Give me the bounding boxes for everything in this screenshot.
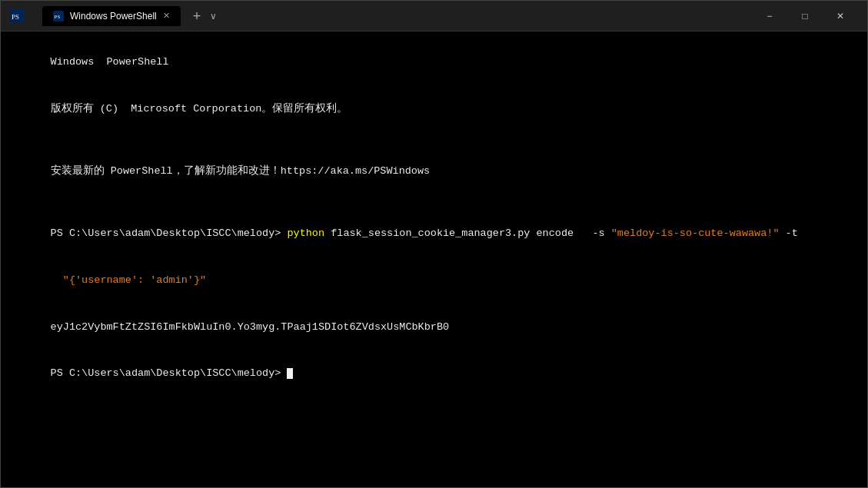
terminal-line-1: Windows PowerShell bbox=[13, 39, 855, 86]
cmd-flag1: -s bbox=[574, 227, 611, 239]
svg-text:PS: PS bbox=[12, 13, 19, 21]
terminal-cursor bbox=[287, 368, 293, 379]
terminal-prompt-final: PS C:\Users\adam\Desktop\ISCC\melody> bbox=[13, 350, 855, 397]
close-button[interactable]: ✕ bbox=[823, 4, 858, 28]
powershell-window: PS PS Windows PowerShell ✕ + ∨ − □ ✕ Wi bbox=[0, 0, 868, 488]
tab-area: PS Windows PowerShell ✕ bbox=[42, 6, 181, 26]
tab-dropdown-button[interactable]: ∨ bbox=[207, 11, 220, 22]
cmd-continuation: "{'username': 'admin'}" bbox=[51, 274, 207, 286]
cmd-keyword: python bbox=[287, 227, 324, 239]
tab-powershell[interactable]: PS Windows PowerShell ✕ bbox=[42, 6, 181, 26]
terminal-continuation-line: "{'username': 'admin'}" bbox=[13, 257, 855, 304]
terminal-output: eyJ1c2VybmFtZtZSI6ImFkbWluIn0.Yo3myg.TPa… bbox=[51, 321, 449, 333]
terminal-line-4: 安装最新的 PowerShell，了解新功能和改进！https://aka.ms… bbox=[13, 148, 855, 195]
new-tab-button[interactable]: + bbox=[187, 9, 208, 23]
terminal-line-blank-2 bbox=[13, 195, 855, 211]
maximize-button[interactable]: □ bbox=[787, 4, 823, 28]
terminal-line-blank-1 bbox=[13, 133, 855, 148]
cmd-string: "meldoy-is-so-cute-wawawa!" bbox=[611, 227, 780, 239]
titlebar: PS PS Windows PowerShell ✕ + ∨ − □ ✕ bbox=[1, 1, 867, 32]
terminal-body[interactable]: Windows PowerShell 版权所有 (C) Microsoft Co… bbox=[1, 32, 867, 487]
tab-close-button[interactable]: ✕ bbox=[163, 12, 170, 20]
prompt-2: PS C:\Users\adam\Desktop\ISCC\melody> bbox=[51, 367, 288, 379]
window-controls: − □ ✕ bbox=[752, 4, 858, 28]
cmd-rest: flask_session_cookie_manager3.py encode bbox=[324, 227, 574, 239]
terminal-command-line: PS C:\Users\adam\Desktop\ISCC\melody> py… bbox=[13, 211, 855, 257]
prompt-1: PS C:\Users\adam\Desktop\ISCC\melody> bbox=[51, 227, 288, 239]
tab-icon: PS bbox=[53, 11, 64, 22]
tab-label: Windows PowerShell bbox=[70, 11, 157, 22]
minimize-button[interactable]: − bbox=[752, 4, 787, 28]
svg-text:PS: PS bbox=[55, 14, 61, 20]
powershell-icon: PS bbox=[10, 9, 24, 23]
terminal-output-line: eyJ1c2VybmFtZtZSI6ImFkbWluIn0.Yo3myg.TPa… bbox=[13, 304, 855, 350]
terminal-line-2: 版权所有 (C) Microsoft Corporation。保留所有权利。 bbox=[13, 86, 855, 133]
cmd-flag2: -t bbox=[780, 227, 798, 239]
